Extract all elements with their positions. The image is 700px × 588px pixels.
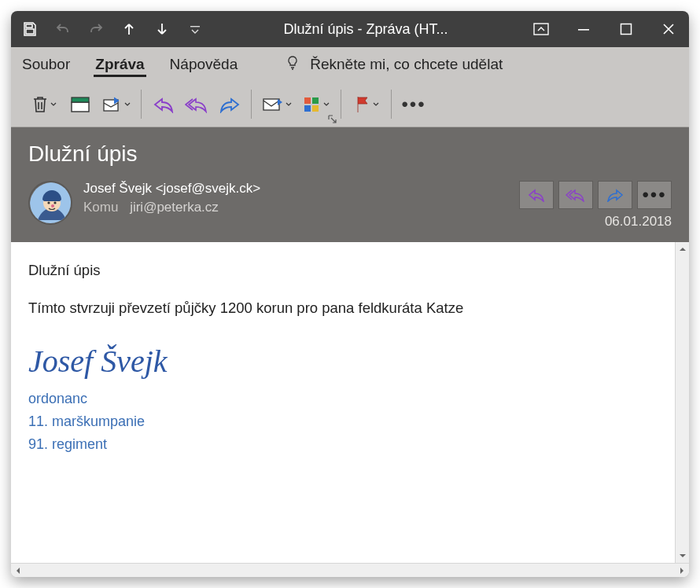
dialog-launcher-icon[interactable]: [327, 114, 338, 125]
vertical-scrollbar[interactable]: [675, 242, 689, 563]
minimize-button[interactable]: [571, 17, 596, 42]
ribbon-group-more: •••: [392, 82, 436, 127]
ribbon-group-respond: [142, 82, 252, 127]
tell-me-label: Řekněte mi, co chcete udělat: [310, 56, 503, 73]
flag-button[interactable]: [349, 90, 384, 119]
ribbon-toggle-icon[interactable]: [529, 17, 554, 42]
message-date: 06.01.2018: [605, 214, 672, 230]
to-value: jiri@peterka.cz: [130, 200, 219, 215]
scroll-up-icon[interactable]: [677, 244, 688, 255]
chevron-down-icon: [50, 101, 57, 108]
svg-point-14: [47, 201, 50, 204]
signature-line-1: ordonanc: [28, 388, 658, 410]
ribbon-group-delete: [19, 82, 142, 127]
tab-help[interactable]: Nápověda: [168, 53, 240, 76]
email-window: Dlužní úpis - Zpráva (HT... Soubor Zpráv…: [11, 11, 689, 577]
scroll-right-icon[interactable]: [676, 565, 687, 576]
reply-button[interactable]: [149, 90, 178, 119]
svg-rect-3: [621, 24, 632, 35]
to-line: Komu jiri@peterka.cz: [83, 200, 508, 215]
scroll-left-icon[interactable]: [13, 565, 24, 576]
svg-rect-5: [72, 97, 89, 102]
svg-rect-11: [312, 105, 319, 112]
svg-point-15: [53, 201, 56, 204]
window-title: Dlužní úpis - Zpráva (HT...: [206, 21, 525, 38]
header-reply-button[interactable]: [519, 181, 554, 209]
header-forward-button[interactable]: [598, 181, 632, 209]
tab-message[interactable]: Zpráva: [94, 53, 146, 77]
lightbulb-icon: [285, 55, 300, 75]
previous-item-icon[interactable]: [118, 18, 140, 40]
svg-rect-9: [312, 97, 319, 104]
svg-rect-7: [263, 99, 279, 110]
header-reply-all-button[interactable]: [558, 181, 593, 209]
redo-icon[interactable]: [85, 18, 107, 40]
chevron-down-icon: [322, 101, 330, 108]
ribbon-toolbar: •••: [11, 82, 689, 127]
svg-rect-10: [304, 105, 311, 112]
delete-button[interactable]: [27, 90, 61, 119]
body-text: Tímto stvrzuji převzetí půjčky 1200 koru…: [28, 297, 658, 319]
ribbon-group-tags: [341, 82, 392, 127]
horizontal-scrollbar[interactable]: [11, 563, 689, 577]
mark-unread-button[interactable]: [260, 90, 294, 119]
undo-icon[interactable]: [52, 18, 74, 40]
signature-line-3: 91. regiment: [28, 434, 658, 455]
chevron-down-icon: [285, 101, 293, 108]
body-subject-line: Dlužní úpis: [28, 259, 658, 281]
next-item-icon[interactable]: [151, 18, 173, 40]
qat-customize-icon[interactable]: [184, 18, 206, 40]
signature-line-2: 11. marškumpanie: [28, 411, 658, 432]
message-body-wrap: Dlužní úpis Tímto stvrzuji převzetí půjč…: [11, 242, 689, 563]
chevron-down-icon: [372, 101, 380, 108]
sender-name: Josef Švejk <josef@svejk.ck>: [83, 181, 508, 197]
reply-all-button[interactable]: [182, 90, 211, 119]
more-commands-button[interactable]: •••: [400, 90, 428, 119]
chevron-down-icon: [123, 101, 131, 108]
tab-file[interactable]: Soubor: [20, 53, 72, 76]
svg-rect-4: [72, 102, 89, 112]
message-header: Dlužní úpis Josef Švejk <josef@svejk.ck>: [11, 127, 689, 242]
svg-rect-0: [190, 26, 200, 27]
svg-rect-2: [578, 29, 589, 31]
svg-point-16: [51, 204, 54, 208]
signature-name: Josef Švejk: [28, 338, 658, 385]
message-subject: Dlužní úpis: [28, 141, 672, 167]
move-button[interactable]: [99, 90, 134, 119]
menubar: Soubor Zpráva Nápověda Řekněte mi, co ch…: [11, 47, 689, 82]
forward-button[interactable]: [216, 90, 244, 119]
titlebar: Dlužní úpis - Zpráva (HT...: [11, 11, 689, 47]
header-more-button[interactable]: •••: [637, 181, 672, 209]
scroll-down-icon[interactable]: [677, 550, 688, 561]
message-body: Dlužní úpis Tímto stvrzuji převzetí půjč…: [11, 242, 675, 563]
to-label: Komu: [83, 200, 118, 215]
tell-me-search[interactable]: Řekněte mi, co chcete udělat: [285, 55, 503, 75]
svg-rect-1: [534, 24, 548, 35]
save-icon[interactable]: [19, 18, 41, 40]
svg-rect-8: [304, 97, 311, 104]
maximize-button[interactable]: [613, 17, 639, 42]
sender-avatar[interactable]: [28, 181, 72, 225]
close-button[interactable]: [656, 17, 681, 42]
ribbon-group-quicksteps: [252, 82, 341, 127]
archive-button[interactable]: [66, 90, 94, 119]
